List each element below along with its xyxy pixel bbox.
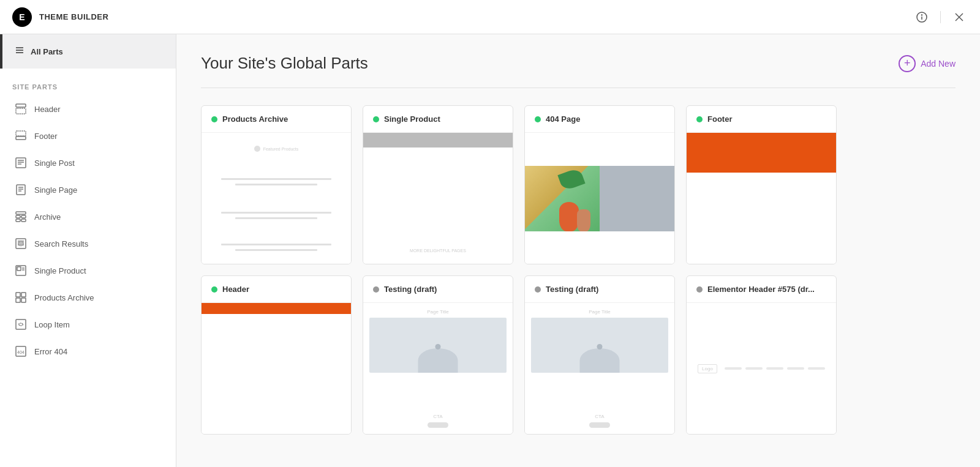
sidebar-item-header[interactable]: Header bbox=[0, 95, 176, 122]
footer-label: Footer bbox=[34, 132, 58, 141]
search-results-icon bbox=[15, 237, 27, 250]
testing-page-title-1: Page Title bbox=[427, 309, 449, 315]
svg-rect-11 bbox=[16, 131, 26, 136]
card-header-testing-1: Testing (draft) bbox=[363, 276, 513, 303]
sidebar-item-footer[interactable]: Footer bbox=[0, 122, 176, 149]
products-archive-label: Products Archive bbox=[34, 293, 94, 302]
preview-testing-2: Page Title CTA bbox=[525, 303, 674, 434]
info-button[interactable] bbox=[913, 9, 930, 26]
footer-orange-bar bbox=[687, 133, 836, 173]
single-page-label: Single Page bbox=[34, 185, 77, 195]
add-new-button[interactable]: + Add New bbox=[899, 55, 956, 72]
svg-rect-20 bbox=[16, 212, 26, 214]
status-dot-active-sp bbox=[373, 116, 379, 122]
loop-item-icon bbox=[15, 318, 27, 331]
sidebar-item-loop-item[interactable]: Loop Item bbox=[0, 311, 176, 338]
app-body: All Parts SITE PARTS Header Footer Singl… bbox=[0, 34, 980, 467]
sidebar-item-search-results[interactable]: Search Results bbox=[0, 230, 176, 257]
status-dot-draft-elementor bbox=[696, 286, 703, 293]
testing-dot-2 bbox=[597, 344, 603, 349]
preview-products-archive: Featured Products bbox=[202, 133, 351, 264]
sidebar-item-single-post[interactable]: Single Post bbox=[0, 149, 176, 176]
sidebar-item-archive[interactable]: Archive bbox=[0, 203, 176, 230]
status-dot-draft-2 bbox=[535, 286, 541, 293]
single-page-icon bbox=[15, 184, 27, 196]
archive-label: Archive bbox=[34, 212, 61, 222]
preview-elementor: Logo bbox=[687, 303, 836, 434]
sp-bottom-text: MORE DELIGHTFUL PAGES bbox=[410, 248, 466, 253]
testing-cta-1: CTA bbox=[433, 414, 442, 419]
card-name-elementor: Elementor Header #575 (dr... bbox=[707, 285, 815, 294]
close-button[interactable] bbox=[951, 9, 968, 26]
card-header-testing-2: Testing (draft) bbox=[525, 276, 674, 303]
eh-nav-line-3 bbox=[766, 367, 783, 370]
add-new-circle-icon: + bbox=[899, 55, 916, 72]
card-testing-draft-1[interactable]: Testing (draft) Page Title CTA bbox=[363, 275, 513, 435]
preview-footer bbox=[687, 133, 836, 264]
sidebar-item-single-page[interactable]: Single Page bbox=[0, 176, 176, 203]
sidebar-item-error-404[interactable]: 404 Error 404 bbox=[0, 338, 176, 365]
pa-line bbox=[221, 178, 331, 180]
sidebar-item-single-product[interactable]: Single Product bbox=[0, 257, 176, 284]
card-name-footer: Footer bbox=[707, 114, 732, 124]
testing-btn-2 bbox=[589, 422, 610, 428]
pa-line2 bbox=[221, 212, 331, 214]
footer-icon bbox=[15, 130, 27, 142]
card-single-product[interactable]: Single Product MORE DELIGHTFUL PAGES bbox=[363, 105, 513, 264]
error-404-label: Error 404 bbox=[34, 347, 67, 356]
card-name-testing-1: Testing (draft) bbox=[384, 285, 437, 294]
topbar-title: THEME BUILDER bbox=[39, 12, 108, 21]
pa-row3 bbox=[274, 224, 278, 241]
card-footer[interactable]: Footer bbox=[686, 105, 837, 264]
p404-leaf bbox=[558, 167, 586, 191]
site-parts-section-title: SITE PARTS bbox=[0, 69, 176, 95]
cards-grid: Products Archive Featured Products bbox=[201, 105, 956, 435]
pa-row1 bbox=[274, 157, 278, 174]
p404-vase2 bbox=[577, 209, 590, 231]
svg-rect-38 bbox=[16, 319, 26, 329]
card-header-404: 404 Page bbox=[525, 106, 674, 133]
topbar: E THEME BUILDER bbox=[0, 0, 980, 34]
sidebar: All Parts SITE PARTS Header Footer Singl… bbox=[0, 34, 176, 467]
svg-rect-25 bbox=[16, 239, 26, 248]
status-dot-draft-1 bbox=[373, 286, 379, 293]
card-header[interactable]: Header bbox=[201, 275, 352, 435]
sp-content: MORE DELIGHTFUL PAGES bbox=[402, 148, 473, 264]
svg-rect-9 bbox=[16, 108, 26, 114]
card-name-testing-2: Testing (draft) bbox=[546, 285, 598, 294]
testing-btn-1 bbox=[428, 422, 448, 428]
sidebar-item-products-archive[interactable]: Products Archive bbox=[0, 284, 176, 311]
card-name-404: 404 Page bbox=[546, 114, 580, 124]
card-name-header: Header bbox=[222, 285, 249, 294]
p404-vase1 bbox=[559, 202, 579, 231]
error-404-icon: 404 bbox=[15, 345, 27, 357]
single-product-icon bbox=[15, 264, 27, 277]
svg-rect-10 bbox=[16, 136, 26, 140]
sidebar-all-parts[interactable]: All Parts bbox=[0, 34, 176, 69]
add-new-label: Add New bbox=[921, 59, 956, 69]
sp-bar bbox=[363, 133, 513, 148]
svg-rect-34 bbox=[16, 293, 20, 297]
card-elementor-header[interactable]: Elementor Header #575 (dr... Logo bbox=[686, 275, 837, 435]
all-parts-label: All Parts bbox=[31, 47, 63, 56]
svg-point-2 bbox=[922, 15, 922, 15]
pa-feat-label: Featured Products bbox=[263, 147, 299, 151]
svg-rect-24 bbox=[21, 219, 26, 222]
main-divider bbox=[201, 88, 956, 88]
card-testing-draft-2[interactable]: Testing (draft) Page Title CTA bbox=[524, 275, 675, 435]
pa-featured-row: Featured Products bbox=[254, 146, 299, 152]
topbar-logo: E bbox=[12, 7, 32, 27]
pa-line2-short bbox=[235, 217, 317, 219]
svg-rect-36 bbox=[16, 298, 20, 302]
products-archive-icon bbox=[15, 291, 27, 304]
svg-rect-8 bbox=[16, 104, 26, 107]
card-404-page[interactable]: 404 Page bbox=[524, 105, 675, 264]
svg-rect-21 bbox=[16, 215, 20, 218]
card-products-archive[interactable]: Products Archive Featured Products bbox=[201, 105, 352, 264]
topbar-divider bbox=[940, 11, 941, 23]
main-content: Your Site's Global Parts + Add New Produ… bbox=[176, 34, 980, 467]
testing-arc-2 bbox=[580, 348, 620, 373]
p404-bottom bbox=[600, 166, 674, 231]
svg-point-29 bbox=[18, 241, 23, 246]
eh-nav-line-1 bbox=[725, 367, 742, 370]
